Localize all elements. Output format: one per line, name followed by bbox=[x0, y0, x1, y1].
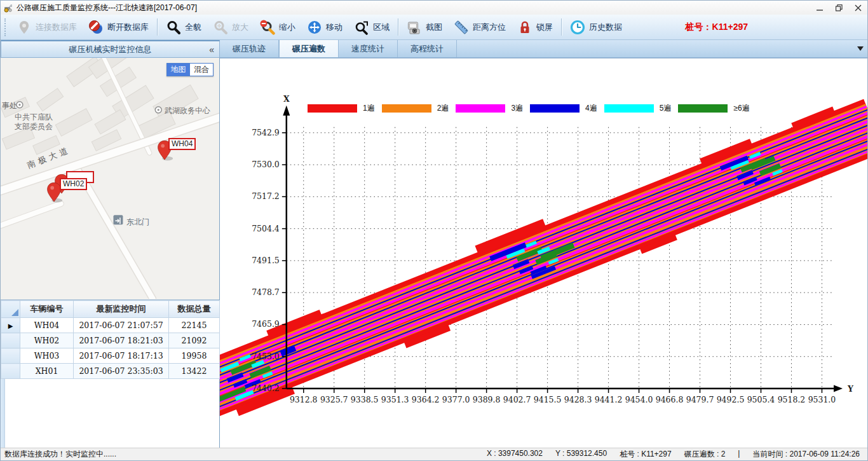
chart-legend: 1遍2遍3遍4遍5遍≥6遍 bbox=[308, 103, 750, 114]
status-stake: 桩号 : K11+297 bbox=[620, 449, 672, 460]
legend-label: 3遍 bbox=[511, 103, 523, 114]
region-button[interactable]: 区域 bbox=[348, 17, 395, 38]
legend-label: 2遍 bbox=[437, 103, 449, 114]
pan-button[interactable]: 移动 bbox=[301, 17, 348, 38]
svg-text:7517.2: 7517.2 bbox=[252, 191, 280, 201]
vehicle-tag-wh04[interactable]: WH04 bbox=[168, 138, 196, 150]
table-cell: 21092 bbox=[169, 333, 220, 348]
status-message: 数据库连接成功！实时监控中...... bbox=[4, 449, 116, 460]
table-cell: WH03 bbox=[20, 348, 74, 364]
svg-text:9377.0: 9377.0 bbox=[442, 395, 470, 404]
map-background bbox=[1, 58, 219, 299]
table-cell: 22145 bbox=[169, 318, 220, 333]
pan-move-icon bbox=[307, 20, 322, 35]
connect-db-icon bbox=[17, 20, 32, 35]
table-cell: WH04 bbox=[20, 318, 74, 333]
svg-text:9466.8: 9466.8 bbox=[656, 395, 684, 404]
toolbar-separator bbox=[398, 18, 398, 36]
svg-text:9492.5: 9492.5 bbox=[717, 395, 745, 404]
vehicle-tag-wh02[interactable]: WH02 bbox=[60, 178, 87, 190]
pass-count-chart[interactable]: 9312.89325.79338.59351.39364.29377.09389… bbox=[220, 58, 867, 448]
lock-icon bbox=[517, 20, 532, 35]
vehicle-table: 车辆编号 最新监控时间 数据总量 ▶WH042017-06-07 21:07:5… bbox=[1, 300, 220, 379]
collapse-panel-button[interactable]: « bbox=[209, 45, 214, 55]
zoom-out-button[interactable]: 缩小 bbox=[254, 17, 301, 38]
col-data-total[interactable]: 数据总量 bbox=[169, 301, 220, 318]
table-cell: 2017-06-07 18:17:13 bbox=[74, 348, 169, 364]
svg-text:9505.4: 9505.4 bbox=[747, 395, 775, 404]
col-vehicle-id[interactable]: 车辆编号 bbox=[20, 301, 74, 318]
connect-db-button[interactable]: 连接数据库 bbox=[11, 17, 83, 38]
svg-text:7453.0: 7453.0 bbox=[252, 352, 280, 361]
close-button[interactable] bbox=[848, 1, 867, 15]
clock-icon bbox=[570, 20, 585, 35]
toolbar-grip bbox=[4, 18, 7, 36]
title-bar: 公路碾压施工质量监控系统---江北快速路[2017-06-07] bbox=[1, 1, 867, 15]
legend-swatch bbox=[382, 104, 431, 113]
legend-label: 1遍 bbox=[363, 103, 375, 114]
tab-elevation-stats[interactable]: 高程统计 bbox=[398, 40, 457, 57]
row-selector[interactable] bbox=[1, 348, 20, 364]
tab-overflow-icon[interactable] bbox=[857, 46, 864, 51]
restore-button[interactable] bbox=[829, 1, 848, 15]
screenshot-button[interactable]: 截图 bbox=[401, 17, 448, 38]
zoom-in-button[interactable]: 放大 bbox=[207, 17, 254, 38]
distance-bearing-button[interactable]: 距离方位 bbox=[448, 17, 512, 38]
svg-text:9415.5: 9415.5 bbox=[534, 395, 562, 404]
tab-speed-stats[interactable]: 速度统计 bbox=[339, 40, 398, 57]
pass-count-chart-panel[interactable]: 9312.89325.79338.59351.39364.29377.09389… bbox=[220, 58, 867, 448]
map-type-hybrid-button[interactable]: 混合 bbox=[190, 63, 214, 76]
status-coordinates: X : 3397450.302 Y : 539312.450 桩号 : K11+… bbox=[487, 449, 864, 460]
map-view[interactable]: 事处 中共下庙队 支部委员会 武湖政务中心 南极大道 东北门 WH04 bbox=[1, 58, 219, 299]
svg-text:7440.2: 7440.2 bbox=[252, 383, 280, 393]
corner-triangle-icon bbox=[11, 309, 18, 316]
legend-item: 5遍 bbox=[604, 103, 672, 114]
table-cell: 2017-06-07 23:35:03 bbox=[74, 364, 169, 379]
svg-text:9325.7: 9325.7 bbox=[320, 395, 348, 404]
row-selector[interactable]: ▶ bbox=[1, 318, 20, 333]
svg-text:9351.3: 9351.3 bbox=[381, 395, 409, 404]
main-area: 事处 中共下庙队 支部委员会 武湖政务中心 南极大道 东北门 WH04 bbox=[1, 58, 867, 448]
legend-item: 3遍 bbox=[456, 103, 523, 114]
row-selector-header[interactable] bbox=[1, 301, 20, 318]
legend-swatch bbox=[308, 104, 357, 113]
col-last-monitor-time[interactable]: 最新监控时间 bbox=[74, 301, 169, 318]
table-row[interactable]: XH012017-06-07 23:35:0313422 bbox=[1, 364, 220, 379]
full-view-icon bbox=[166, 20, 181, 35]
tab-pass-count[interactable]: 碾压遍数 bbox=[279, 40, 339, 57]
lock-screen-button[interactable]: 锁屏 bbox=[512, 17, 559, 38]
status-divider: | bbox=[738, 449, 740, 460]
row-selector[interactable] bbox=[1, 333, 20, 348]
svg-text:9402.7: 9402.7 bbox=[503, 395, 531, 404]
table-row[interactable]: ▶WH042017-06-07 21:07:5722145 bbox=[1, 318, 220, 333]
tab-rolling-track[interactable]: 碾压轨迹 bbox=[220, 40, 279, 57]
svg-text:7465.9: 7465.9 bbox=[252, 319, 280, 329]
svg-text:7491.5: 7491.5 bbox=[252, 256, 280, 265]
table-cell: 2017-06-07 18:21:03 bbox=[74, 333, 169, 348]
toolbar: 连接数据库 断开数据库 全貌 放大 缩小 移动 区域 bbox=[1, 15, 867, 40]
camera-icon bbox=[407, 20, 422, 35]
svg-text:7504.4: 7504.4 bbox=[252, 224, 280, 233]
map-label-committee: 中共下庙队 支部委员会 bbox=[15, 113, 53, 132]
legend-item: 2遍 bbox=[382, 103, 449, 114]
current-row-arrow-icon: ▶ bbox=[8, 322, 13, 329]
stake-number: 桩号：K11+297 bbox=[686, 22, 748, 33]
table-row[interactable]: WH032017-06-07 18:17:1319958 bbox=[1, 348, 220, 364]
svg-text:9364.2: 9364.2 bbox=[412, 395, 440, 404]
disconnect-db-icon bbox=[88, 20, 104, 35]
row-selector[interactable] bbox=[1, 364, 20, 379]
table-left-gutter bbox=[1, 379, 5, 448]
table-cell: 19958 bbox=[169, 348, 220, 364]
history-data-button[interactable]: 历史数据 bbox=[564, 17, 628, 38]
map-type-map-button[interactable]: 地图 bbox=[166, 63, 190, 76]
disconnect-db-button[interactable]: 断开数据库 bbox=[83, 17, 154, 38]
table-cell: WH02 bbox=[20, 333, 74, 348]
table-cell: 2017-06-07 21:07:57 bbox=[74, 318, 169, 333]
table-row[interactable]: WH022017-06-07 18:21:0321092 bbox=[1, 333, 220, 348]
map-label-gov-center: 武湖政务中心 bbox=[165, 106, 210, 116]
full-view-button[interactable]: 全貌 bbox=[160, 17, 207, 38]
svg-text:9531.0: 9531.0 bbox=[808, 395, 836, 404]
legend-swatch bbox=[678, 104, 728, 113]
minimize-button[interactable] bbox=[810, 1, 829, 15]
svg-text:9428.3: 9428.3 bbox=[564, 395, 592, 404]
